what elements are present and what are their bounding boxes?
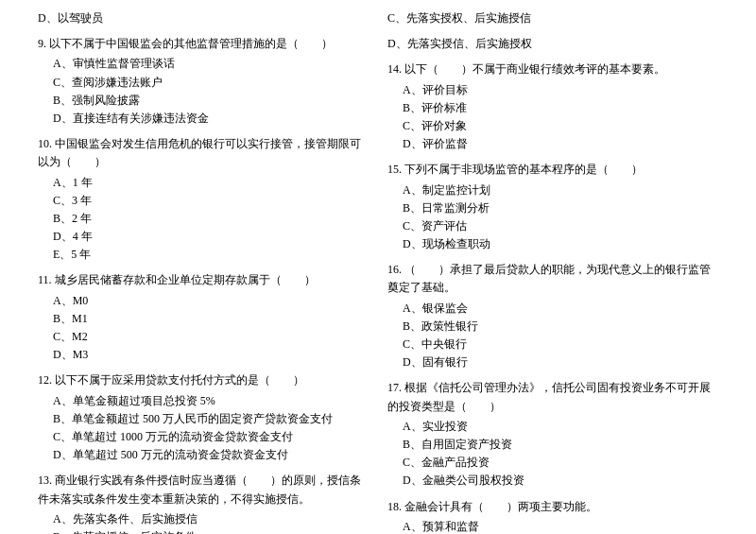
question-title: 13. 商业银行实践有条件授信时应当遵循（ ）的原则，授信条件未落实或条件发生变… [38,472,369,508]
question-title: D、以驾驶员 [38,9,369,27]
question-option: B、2 年 [38,210,369,228]
question-option: C、单笔超过 1000 万元的流动资金贷款资金支付 [38,428,369,446]
question-option: C、查阅涉嫌违法账户 [38,74,369,92]
question-block: C、先落实授权、后实施授信 [387,9,718,27]
question-option: A、审慎性监督管理谈话 [38,55,369,73]
question-option: D、现场检查职动 [387,235,718,253]
question-block: D、先落实授信、后实施授权 [387,35,718,53]
question-option: A、1 年 [38,174,369,192]
question-option: A、制定监控计划 [387,181,718,199]
question-block: 14. 以下（ ）不属于商业银行绩效考评的基本要素。A、评价目标B、评价标准C、… [387,60,718,153]
question-option: C、评价对象 [387,117,718,135]
question-block: 10. 中国银监会对发生信用危机的银行可以实行接管，接管期限可以为（ ）A、1 … [38,135,369,264]
page-container: D、以驾驶员9. 以下不属于中国银监会的其他监督管理措施的是（ ）A、审慎性监督… [0,0,756,534]
question-title: 16. （ ）承担了最后贷款人的职能，为现代意义上的银行监管奠定了基础。 [387,261,718,297]
question-option: D、单笔超过 500 万元的流动资金贷款资金支付 [38,446,369,464]
question-block: 15. 下列不属于非现场监管的基本程序的是（ ）A、制定监控计划B、日常监测分析… [387,161,718,253]
question-option: B、政策性银行 [387,318,718,336]
question-title: 14. 以下（ ）不属于商业银行绩效考评的基本要素。 [387,60,718,78]
question-option: B、自用固定资产投资 [387,436,718,454]
question-block: 18. 金融会计具有（ ）两项主要功能。A、预算和监督B、核算和经营管理C、监管… [387,498,718,535]
question-block: 11. 城乡居民储蓄存款和企业单位定期存款属于（ ）A、M0B、M1C、M2D、… [38,271,369,364]
question-option: D、固有银行 [387,353,718,371]
question-block: 16. （ ）承担了最后贷款人的职能，为现代意义上的银行监管奠定了基础。A、银保… [387,261,718,371]
question-block: 12. 以下不属于应采用贷款支付托付方式的是（ ）A、单笔金额超过项目总投资 5… [38,371,369,464]
right-column: C、先落实授权、后实施授信D、先落实授信、后实施授权14. 以下（ ）不属于商业… [387,9,718,534]
question-title: 15. 下列不属于非现场监管的基本程序的是（ ） [387,161,718,179]
question-block: 9. 以下不属于中国银监会的其他监督管理措施的是（ ）A、审慎性监督管理谈话C、… [38,35,369,128]
question-option: E、5 年 [38,246,369,264]
question-option: B、单笔金额超过 500 万人民币的固定资产贷款资金支付 [38,410,369,428]
question-option: A、M0 [38,292,369,310]
question-option: A、预算和监督 [387,518,718,534]
question-option: C、中央银行 [387,336,718,353]
two-column-layout: D、以驾驶员9. 以下不属于中国银监会的其他监督管理措施的是（ ）A、审慎性监督… [38,9,718,534]
question-option: D、金融类公司股权投资 [387,472,718,490]
question-block: 13. 商业银行实践有条件授信时应当遵循（ ）的原则，授信条件未落实或条件发生变… [38,472,369,534]
question-option: B、评价标准 [387,99,718,117]
question-title: 17. 根据《信托公司管理办法》，信托公司固有投资业务不可开展的投资类型是（ ） [387,379,718,415]
question-option: C、3 年 [38,192,369,210]
question-option: D、M3 [38,346,369,364]
left-column: D、以驾驶员9. 以下不属于中国银监会的其他监督管理措施的是（ ）A、审慎性监督… [38,9,369,534]
question-option: A、先落实条件、后实施授信 [38,510,369,528]
question-option: D、评价监督 [387,135,718,153]
question-option: D、4 年 [38,228,369,246]
question-option: D、直接连结有关涉嫌违法资金 [38,110,369,128]
question-option: B、M1 [38,310,369,328]
question-option: C、金融产品投资 [387,454,718,472]
question-option: B、先落实授信、后实施条件 [38,528,369,534]
question-option: A、评价目标 [387,81,718,99]
question-title: 12. 以下不属于应采用贷款支付托付方式的是（ ） [38,371,369,389]
question-option: B、强制风险披露 [38,92,369,110]
question-block: 17. 根据《信托公司管理办法》，信托公司固有投资业务不可开展的投资类型是（ ）… [387,379,718,490]
question-title: C、先落实授权、后实施授信 [387,9,718,27]
question-option: C、资产评估 [387,217,718,235]
question-option: A、实业投资 [387,418,718,436]
question-option: C、M2 [38,328,369,346]
question-title: D、先落实授信、后实施授权 [387,35,718,53]
question-title: 18. 金融会计具有（ ）两项主要功能。 [387,498,718,516]
question-option: A、银保监会 [387,300,718,318]
question-title: 10. 中国银监会对发生信用危机的银行可以实行接管，接管期限可以为（ ） [38,135,369,171]
question-title: 11. 城乡居民储蓄存款和企业单位定期存款属于（ ） [38,271,369,289]
question-block: D、以驾驶员 [38,9,369,27]
question-option: B、日常监测分析 [387,199,718,217]
question-title: 9. 以下不属于中国银监会的其他监督管理措施的是（ ） [38,35,369,53]
question-option: A、单笔金额超过项目总投资 5% [38,392,369,410]
